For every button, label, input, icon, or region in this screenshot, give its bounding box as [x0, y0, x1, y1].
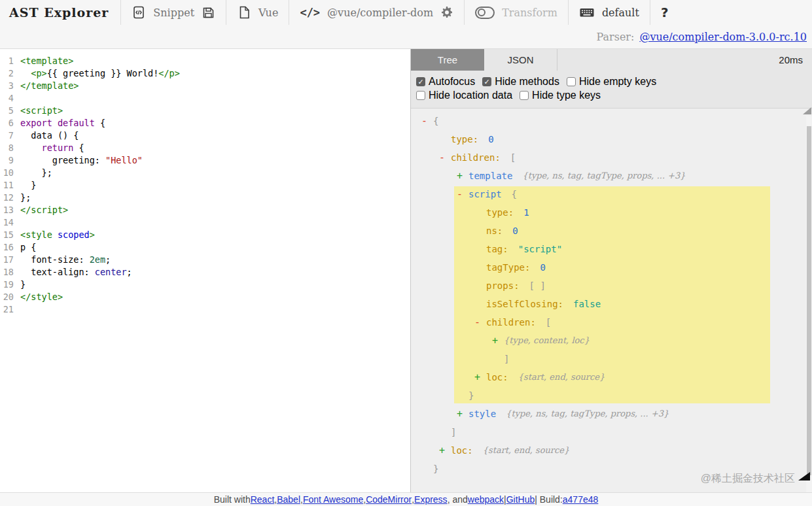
- option-autofocus[interactable]: ✓Autofocus: [416, 76, 475, 88]
- code-line[interactable]: 8 return {: [0, 142, 410, 154]
- code-line-content: <p>{{ greeting }} World!</p>: [20, 67, 180, 80]
- tree-key: children:: [486, 313, 536, 331]
- footer-link[interactable]: Babel: [277, 494, 300, 505]
- code-line[interactable]: 9 greeting: "Hello": [0, 154, 410, 167]
- checkbox[interactable]: ✓: [482, 77, 491, 86]
- parser-group: </> @vue/compiler-dom: [289, 0, 464, 25]
- code-line[interactable]: 16p {: [0, 241, 410, 254]
- keyboard-icon[interactable]: [579, 6, 595, 19]
- footer-link[interactable]: CodeMirror: [366, 494, 412, 505]
- tree-scrollbar[interactable]: [806, 116, 812, 492]
- code-token: font-size:: [20, 254, 90, 265]
- keymap-default-button[interactable]: default: [602, 7, 639, 19]
- checkbox[interactable]: [416, 91, 425, 100]
- snippet-file-code-icon[interactable]: [132, 5, 146, 20]
- code-line[interactable]: 20</style>: [0, 291, 410, 303]
- footer-link[interactable]: GitHub: [506, 494, 535, 505]
- option-hide-methods[interactable]: ✓Hide methods: [482, 76, 559, 88]
- checkbox[interactable]: [520, 91, 529, 100]
- code-line[interactable]: 21: [0, 303, 410, 316]
- app-title: AST Explorer: [0, 5, 120, 20]
- code-line-content: text-align: center;: [20, 266, 132, 278]
- transform-button[interactable]: Transform: [502, 7, 557, 19]
- code-token: center: [95, 267, 127, 277]
- option-hide-location-data[interactable]: Hide location data: [416, 90, 512, 101]
- tree-node-link[interactable]: template: [468, 167, 512, 185]
- collapse-toggle-icon[interactable]: -: [421, 112, 433, 130]
- tree-collapsed-preview: {type, content, loc}: [504, 331, 590, 350]
- expand-toggle-icon[interactable]: +: [492, 331, 504, 350]
- line-number: 3: [0, 80, 20, 92]
- footer-link[interactable]: Express: [414, 494, 448, 505]
- code-line[interactable]: 12};: [0, 192, 410, 204]
- help-button[interactable]: ?: [661, 5, 669, 20]
- scrollbar-thumb[interactable]: [807, 126, 811, 475]
- code-line[interactable]: 14: [0, 216, 410, 229]
- tab-tree[interactable]: Tree: [411, 49, 484, 71]
- save-icon[interactable]: [202, 6, 215, 20]
- tree-node-link[interactable]: style: [468, 405, 496, 423]
- code-line[interactable]: 19}: [0, 278, 410, 291]
- code-line[interactable]: 2 <p>{{ greeting }} World!</p>: [0, 67, 410, 80]
- file-icon[interactable]: [237, 5, 251, 20]
- parser-package-button[interactable]: @vue/compiler-dom: [327, 7, 433, 19]
- code-line[interactable]: 4: [0, 92, 410, 105]
- line-number: 6: [0, 117, 20, 129]
- transform-toggle[interactable]: [475, 7, 495, 19]
- language-button[interactable]: Vue: [258, 7, 278, 19]
- code-editor[interactable]: 1<template>2 <p>{{ greeting }} World!</p…: [0, 49, 411, 492]
- tree-node-link[interactable]: script: [468, 185, 502, 203]
- tree-value-number: 1: [523, 203, 529, 222]
- code-line[interactable]: 1<template>: [0, 55, 410, 67]
- option-label: Autofocus: [429, 76, 475, 88]
- output-tabbar: Tree JSON 20ms: [411, 49, 812, 71]
- expand-toggle-icon[interactable]: +: [474, 368, 486, 386]
- collapse-toggle-icon[interactable]: -: [439, 148, 451, 167]
- tree-punctuation: [ ]: [529, 277, 546, 295]
- code-line[interactable]: 11 }: [0, 179, 410, 192]
- code-token: data () {: [20, 130, 79, 141]
- code-line[interactable]: 10 };: [0, 167, 410, 179]
- keymap-group: default: [569, 0, 650, 25]
- code-line[interactable]: 6export default {: [0, 117, 410, 129]
- checkbox[interactable]: ✓: [416, 77, 425, 86]
- footer-link[interactable]: webpack: [468, 494, 504, 505]
- footer-link[interactable]: a477e48: [563, 494, 599, 505]
- collapse-toggle-icon[interactable]: -: [474, 313, 486, 331]
- tree-key: type:: [486, 203, 514, 222]
- code-token: }: [20, 180, 36, 190]
- code-token: greeting:: [20, 155, 105, 165]
- tree-row: +template{type, ns, tag, tagType, props,…: [411, 167, 812, 185]
- footer-link[interactable]: React: [251, 494, 275, 505]
- code-line[interactable]: 15<style scoped>: [0, 229, 410, 241]
- collapse-toggle-icon[interactable]: -: [457, 185, 468, 203]
- code-line[interactable]: 18 text-align: center;: [0, 266, 410, 278]
- code-token: return: [42, 143, 74, 153]
- code-line-content: greeting: "Hello": [20, 154, 143, 167]
- code-line[interactable]: 5<script>: [0, 105, 410, 117]
- option-hide-type-keys[interactable]: Hide type keys: [520, 90, 601, 101]
- tree-row: +tagType:0: [411, 258, 812, 277]
- code-line[interactable]: 3</template>: [0, 80, 410, 92]
- code-line[interactable]: 13</script>: [0, 204, 410, 216]
- checkbox[interactable]: [567, 77, 576, 86]
- code-line-content: }: [20, 179, 36, 192]
- expand-toggle-icon[interactable]: +: [439, 441, 451, 460]
- parser-version-link[interactable]: @vue/compiler-dom-3.0.0-rc.10: [639, 31, 807, 43]
- gear-icon[interactable]: [440, 6, 453, 19]
- code-token: </p>: [158, 68, 180, 78]
- code-token: {: [95, 118, 105, 128]
- snippet-group: Snippet: [121, 0, 226, 25]
- expand-toggle-icon[interactable]: +: [457, 405, 468, 423]
- snippet-button[interactable]: Snippet: [153, 7, 194, 19]
- code-line[interactable]: 7 data () {: [0, 129, 410, 142]
- tab-json[interactable]: JSON: [484, 49, 557, 71]
- code-line[interactable]: 17 font-size: 2em;: [0, 254, 410, 266]
- expand-toggle-icon[interactable]: +: [457, 167, 468, 185]
- tree-value-boolean: false: [573, 295, 601, 313]
- footer-link[interactable]: Font Awesome: [303, 494, 363, 505]
- option-hide-empty-keys[interactable]: Hide empty keys: [567, 76, 656, 88]
- line-number: 13: [0, 204, 20, 216]
- code-token: ;: [105, 254, 111, 265]
- code-line-content: <script>: [20, 105, 63, 117]
